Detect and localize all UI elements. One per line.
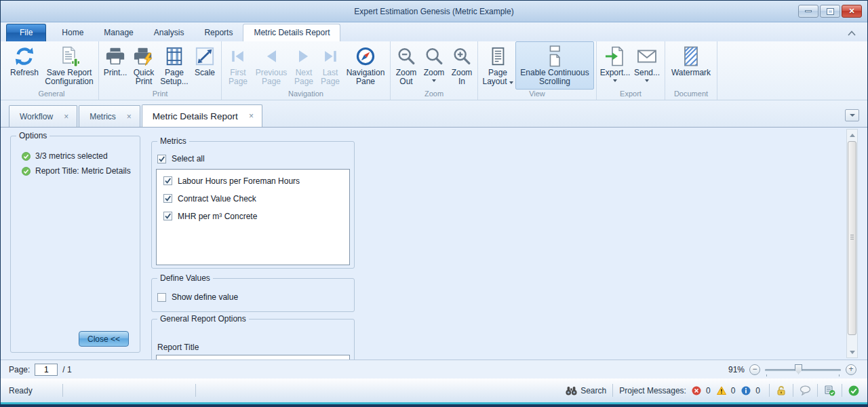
doc-tab-metrics[interactable]: Metrics × (79, 105, 140, 127)
doc-tab-metric-details-report[interactable]: Metric Details Report × (142, 104, 262, 127)
button-label: Watermark (671, 69, 711, 77)
page-setup-button[interactable]: Page Setup... (158, 41, 191, 90)
database-check-icon (824, 385, 835, 396)
navigation-pane-button[interactable]: Navigation Pane (343, 41, 388, 90)
enable-continuous-scrolling-button[interactable]: Enable Continuous Scrolling (515, 41, 594, 90)
search-label: Search (580, 386, 606, 395)
database-status-button[interactable] (824, 385, 835, 396)
button-label: Refresh (10, 69, 39, 77)
collapse-ribbon-button[interactable] (847, 30, 856, 37)
close-options-button[interactable]: Close << (79, 331, 129, 347)
metric-label: MHR per m³ Concrete (178, 212, 257, 221)
doc-tab-label: Metrics (90, 112, 116, 121)
ribbon-tab-metric-details-report[interactable]: Metric Details Report (243, 24, 340, 41)
option-status-label: 3/3 metrics selected (35, 151, 108, 161)
list-item[interactable]: Contract Value Check (157, 187, 349, 205)
export-button[interactable]: Export... (599, 41, 631, 90)
metric-checkbox[interactable] (163, 212, 172, 220)
check-circle-icon (22, 152, 31, 161)
slider-tick (839, 374, 840, 376)
show-define-value-checkbox-row[interactable]: Show define value (157, 292, 354, 302)
doc-tab-workflow[interactable]: Workflow × (9, 105, 77, 127)
validation-status[interactable] (848, 385, 859, 396)
ribbon-tab-reports[interactable]: Reports (194, 24, 243, 41)
lock-status-button[interactable] (776, 385, 787, 396)
tab-list-dropdown-button[interactable] (845, 109, 859, 121)
quick-print-icon (134, 44, 154, 69)
scrollbar-thumb[interactable] (848, 141, 856, 335)
dropdown-caret-icon (645, 79, 649, 82)
group-label-general: General (7, 90, 96, 100)
list-item[interactable]: Labour Hours per Foreman Hours (157, 170, 349, 187)
metric-checkbox[interactable] (163, 176, 172, 185)
watermark-icon (680, 44, 702, 69)
close-button[interactable]: ✕ (842, 5, 862, 18)
zoom-out-button[interactable]: Zoom Out (393, 41, 420, 90)
define-values-title: Define Values (157, 273, 213, 283)
close-tab-icon[interactable]: × (249, 111, 254, 121)
button-label: Zoom In (450, 69, 473, 86)
page-number-input[interactable] (35, 364, 58, 376)
ribbon-tab-file[interactable]: File (6, 24, 46, 41)
metrics-groupbox: Metrics Select all Labour Hours per Fore… (151, 141, 355, 269)
ribbon-tab-manage[interactable]: Manage (94, 24, 143, 41)
zoom-in-button[interactable]: Zoom In (448, 41, 475, 90)
button-label: Previous Page (254, 69, 288, 86)
search-button[interactable]: Search (566, 386, 606, 395)
previous-page-icon (262, 44, 281, 69)
window-controls: ✕ (798, 5, 862, 18)
metric-checkbox[interactable] (163, 194, 172, 203)
list-item[interactable]: MHR per m³ Concrete (157, 205, 349, 222)
close-tab-icon[interactable]: × (127, 112, 132, 121)
zoom-button[interactable]: Zoom (420, 41, 448, 90)
button-label: Print... (104, 69, 127, 77)
lock-icon (776, 385, 787, 396)
scroll-up-button[interactable] (847, 130, 857, 140)
zoom-out-slider-button[interactable]: − (749, 364, 760, 375)
page-layout-button[interactable]: Page Layout (480, 41, 515, 90)
ribbon-group-zoom: Zoom Out Zoom Zoom In Zoom (391, 41, 478, 100)
button-label: Last Page (319, 69, 341, 86)
vertical-scrollbar[interactable] (846, 129, 858, 358)
status-ready: Ready (9, 386, 33, 395)
button-label: First Page (226, 69, 250, 86)
project-messages[interactable]: Project Messages: 0 0 0 (619, 386, 763, 395)
save-report-configuration-button[interactable]: Save Report Configuration (42, 41, 96, 90)
page-navigation-bar: Page: / 1 91% − + (1, 360, 867, 379)
metrics-listbox[interactable]: Labour Hours per Foreman Hours Contract … (156, 169, 350, 265)
warning-icon (717, 386, 726, 395)
zoom-in-slider-button[interactable]: + (846, 364, 856, 375)
report-title-input[interactable] (156, 355, 350, 360)
group-label-export: Export (599, 90, 663, 100)
zoom-icon (424, 44, 444, 69)
continuous-scrolling-icon (544, 44, 566, 69)
ribbon-tab-analysis[interactable]: Analysis (144, 24, 195, 41)
ribbon-group-document: Watermark Document (665, 41, 717, 100)
select-all-checkbox[interactable] (157, 155, 166, 163)
watermark-button[interactable]: Watermark (667, 41, 715, 90)
send-button[interactable]: Send... (631, 41, 663, 90)
zoom-slider[interactable] (765, 364, 841, 376)
close-tab-icon[interactable]: × (64, 112, 68, 121)
button-label: Enable Continuous Scrolling (517, 69, 592, 86)
quick-print-button[interactable]: Quick Print (130, 41, 158, 90)
zoom-slider-track[interactable] (765, 369, 841, 371)
slider-tick (766, 374, 767, 376)
ribbon-group-general: Refresh Save Report Configuration Genera… (5, 41, 99, 100)
select-all-checkbox-row[interactable]: Select all (157, 154, 354, 163)
check-circle-icon (848, 385, 859, 396)
maximize-button[interactable] (820, 5, 840, 18)
print-button[interactable]: Print... (101, 41, 130, 90)
ribbon: Refresh Save Report Configuration Genera… (1, 41, 867, 100)
ribbon-tab-home[interactable]: Home (52, 24, 94, 41)
report-title-label: Report Title (157, 343, 199, 352)
show-define-value-checkbox[interactable] (157, 293, 166, 302)
minimize-button[interactable] (798, 5, 818, 18)
zoom-slider-thumb[interactable] (795, 364, 802, 374)
comments-button[interactable] (800, 385, 811, 395)
scale-button[interactable]: Scale (191, 41, 219, 90)
refresh-button[interactable]: Refresh (7, 41, 42, 90)
scroll-down-button[interactable] (847, 347, 857, 357)
separator (769, 384, 770, 397)
report-options-content: Options 3/3 metrics selected Report Titl… (1, 128, 867, 360)
